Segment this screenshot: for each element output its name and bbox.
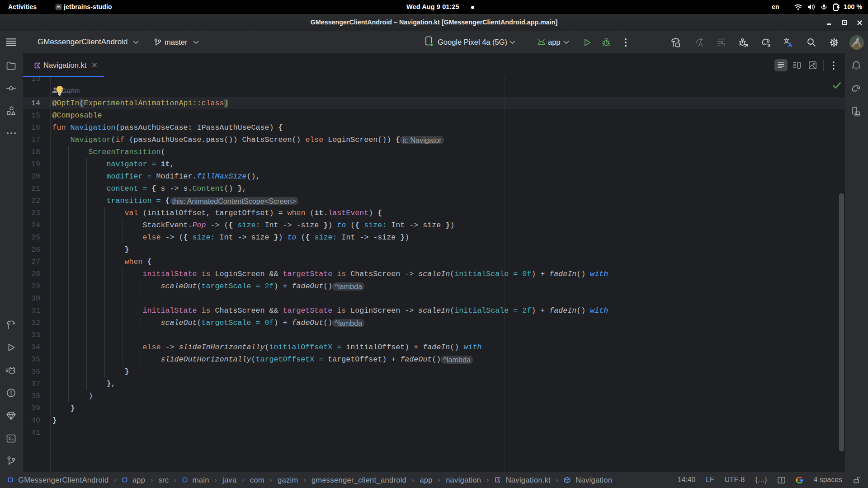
svg-text:A: A [788, 42, 793, 48]
